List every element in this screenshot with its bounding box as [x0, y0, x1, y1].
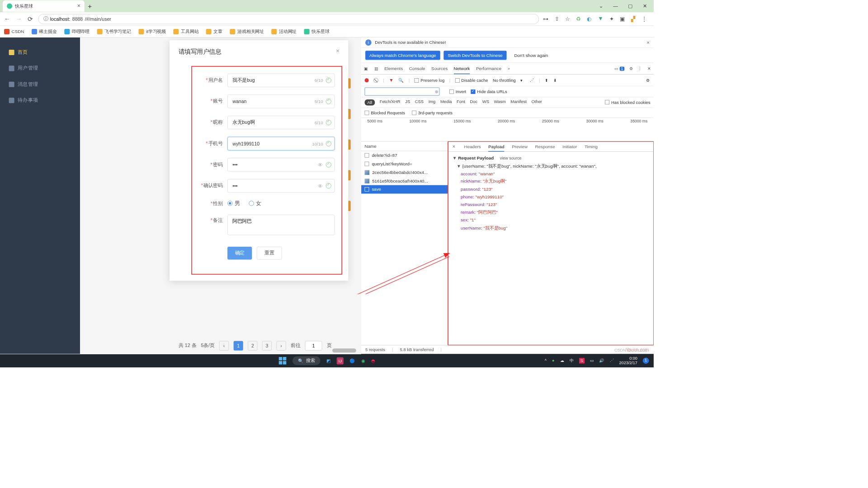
search-icon[interactable]: 🔍 — [398, 78, 404, 83]
has-blocked-checkbox[interactable]: Has blocked cookies — [605, 99, 651, 106]
preserve-log-checkbox[interactable]: Preserve log — [415, 77, 444, 83]
type-tab[interactable]: WS — [482, 99, 489, 106]
chevron-down-icon[interactable]: ⌄ — [599, 4, 603, 9]
type-tab[interactable]: All — [365, 99, 375, 106]
wifi-icon[interactable]: ⋰ — [530, 78, 534, 83]
browser-tab[interactable]: 快乐星球 × — [3, 0, 85, 12]
remark-input[interactable] — [227, 215, 335, 235]
tab-sources[interactable]: Sources — [431, 66, 448, 71]
issues-icon[interactable]: ▭ 1 — [614, 66, 624, 71]
app-icon[interactable]: ◓ — [371, 358, 375, 363]
url-input[interactable]: ⓘ localhost:8888/#/main/user — [38, 14, 539, 24]
vue-icon[interactable]: ▼ — [598, 16, 604, 22]
network-timeline[interactable]: 5000 ms10000 ms15000 ms20000 ms25000 ms3… — [361, 118, 654, 142]
paint-icon[interactable]: ▞ — [631, 16, 635, 22]
sidebar-item[interactable]: 首页 — [0, 44, 80, 60]
detail-tab[interactable]: Initiator — [562, 144, 577, 150]
radio-male[interactable]: 男 — [227, 200, 240, 207]
chevron-down-icon[interactable]: ▾ — [520, 78, 523, 83]
device-icon[interactable]: ▥ — [374, 66, 378, 71]
clock-date[interactable]: 2023/2/17 — [619, 361, 637, 366]
hide-data-urls-checkbox[interactable]: Hide data URLs — [471, 89, 507, 94]
key-icon[interactable]: ⊶ — [543, 16, 548, 22]
maximize-icon[interactable]: ▢ — [628, 4, 632, 9]
bookmark-item[interactable]: 稀土掘金 — [32, 28, 57, 35]
type-tab[interactable]: CSS — [415, 99, 424, 106]
submit-button[interactable]: 确定 — [227, 247, 252, 260]
circle-icon[interactable]: ◐ — [587, 16, 592, 22]
tab-console[interactable]: Console — [409, 66, 425, 71]
close-tab-icon[interactable]: × — [77, 3, 80, 9]
network-filter-input[interactable] — [365, 88, 440, 96]
share-icon[interactable]: ⇪ — [555, 16, 559, 22]
request-item[interactable]: delete?id=87 — [361, 151, 448, 160]
detail-tab[interactable]: Payload — [488, 144, 504, 152]
modal-close-icon[interactable]: × — [336, 47, 340, 55]
type-tab[interactable]: Other — [531, 99, 542, 106]
recycle-icon[interactable]: ♻ — [576, 16, 581, 22]
edge-icon[interactable]: ◉ — [361, 358, 365, 363]
tray-battery-icon[interactable]: ▭ — [590, 358, 594, 363]
record-icon[interactable] — [365, 78, 369, 82]
gear-icon[interactable]: ⚙ — [629, 66, 633, 71]
view-source-link[interactable]: view source — [500, 156, 522, 161]
tray-volume-icon[interactable]: 🔊 — [599, 358, 604, 363]
blocked-requests-checkbox[interactable]: Blocked Requests — [365, 110, 405, 115]
detail-tab[interactable]: Preview — [512, 144, 528, 150]
tray-wechat-icon[interactable]: ● — [552, 358, 554, 363]
notification-icon[interactable]: 1 — [643, 358, 649, 364]
chrome-icon[interactable]: 🔵 — [349, 358, 355, 363]
windows-start-icon[interactable] — [279, 357, 287, 365]
tab-network[interactable]: Network — [454, 66, 470, 74]
taskbar-search[interactable]: 🔍 搜索 — [292, 356, 321, 365]
tray-wifi-icon[interactable]: ⋰ — [610, 358, 614, 363]
close-window-icon[interactable]: ✕ — [643, 4, 647, 9]
type-tab[interactable]: Doc — [470, 99, 477, 106]
clear-filter-icon[interactable]: ⊗ — [435, 89, 439, 94]
sidebar-item[interactable]: 待办事项 — [0, 92, 80, 108]
bookmark-item[interactable]: 快乐星球 — [304, 28, 330, 35]
reload-button[interactable]: ⟳ — [27, 15, 34, 23]
throttling-select[interactable]: No throttling — [493, 78, 516, 83]
request-item[interactable]: 2cec56e4bbe0abdc!400x4... — [361, 168, 448, 177]
bookmark-item[interactable]: 游戏相关网址 — [230, 28, 264, 35]
detail-tab[interactable]: Timing — [585, 144, 598, 150]
detail-tab[interactable]: Headers — [464, 144, 481, 150]
reset-button[interactable]: 重置 — [257, 247, 282, 260]
box-icon[interactable]: ▣ — [620, 16, 625, 22]
minimize-icon[interactable]: — — [613, 4, 618, 9]
invert-checkbox[interactable]: Invert — [449, 89, 466, 94]
tab-performance[interactable]: Performance — [476, 66, 501, 71]
type-tab[interactable]: JS — [405, 99, 410, 106]
detail-tab[interactable]: Response — [535, 144, 555, 150]
request-item[interactable]: save — [361, 185, 448, 194]
bookmark-item[interactable]: 哔哩哔哩 — [64, 28, 90, 35]
clear-icon[interactable] — [373, 78, 378, 83]
type-tab[interactable]: Media — [440, 99, 452, 106]
close-devtools-icon[interactable]: ✕ — [647, 66, 651, 71]
filter-icon[interactable]: ▼ — [389, 77, 393, 83]
sidebar-item[interactable]: 用户管理 — [0, 60, 80, 76]
forward-button[interactable]: → — [15, 15, 23, 23]
bookmark-item[interactable]: 活动网址 — [271, 28, 297, 35]
tray-ime-icon[interactable]: 中 — [570, 358, 574, 364]
btn-switch-lang[interactable]: Switch DevTools to Chinese — [443, 51, 506, 60]
bookmark-item[interactable]: 工具网站 — [174, 28, 199, 35]
star-icon[interactable]: ☆ — [565, 16, 570, 22]
bookmark-item[interactable]: 飞书学习笔记 — [97, 28, 131, 35]
intellij-icon[interactable]: IJ — [337, 357, 344, 364]
bookmark-item[interactable]: 文章 — [206, 28, 222, 35]
request-item[interactable]: 5161e5f0bceac6af!400x40... — [361, 177, 448, 185]
close-detail-icon[interactable]: × — [453, 144, 455, 150]
upload-icon[interactable]: ⬆ — [545, 78, 548, 83]
menu-icon[interactable]: ⋮ — [642, 16, 647, 22]
type-tab[interactable]: Manifest — [510, 99, 527, 106]
btn-dont-show[interactable]: Don't show again — [510, 51, 552, 60]
gear-icon[interactable]: ⚙ — [646, 78, 650, 83]
tray-cloud-icon[interactable]: ☁ — [560, 358, 564, 363]
sidebar-item[interactable]: 消息管理 — [0, 76, 80, 92]
inspect-icon[interactable]: ▣ — [364, 66, 368, 71]
bookmark-item[interactable]: CSDN — [4, 29, 24, 34]
tray-sogou-icon[interactable]: S — [579, 358, 585, 363]
btn-always-match[interactable]: Always match Chrome's language — [365, 51, 440, 60]
